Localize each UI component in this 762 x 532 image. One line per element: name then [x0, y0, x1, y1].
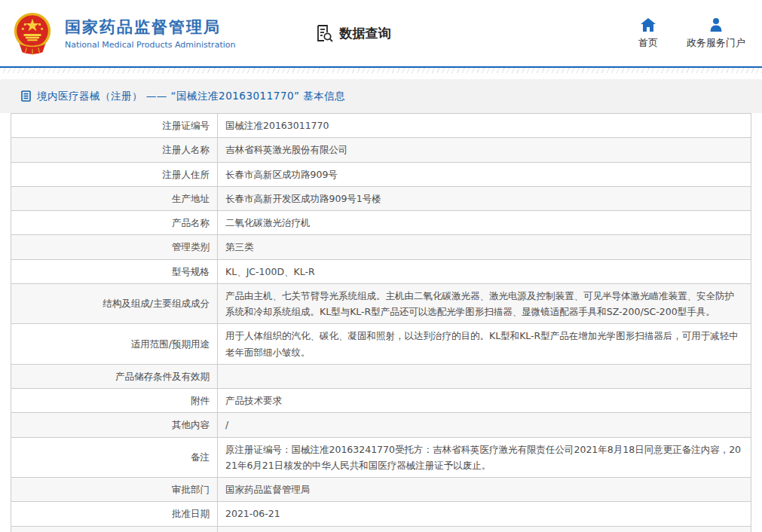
table-row: 备注原注册证编号：国械注准20163241770受托方：吉林省科英医疗激光有限责…: [11, 437, 751, 478]
row-value: 国家药品监督管理局: [218, 478, 751, 502]
nav-item-home[interactable]: 首页: [638, 17, 658, 50]
row-value: 产品技术要求: [218, 389, 751, 413]
data-query-label: 数据查询: [339, 25, 390, 42]
data-query-tab[interactable]: 数据查询: [314, 23, 390, 43]
row-label: 产品储存条件及有效期: [11, 364, 218, 388]
row-label: 注册证编号: [11, 114, 218, 138]
table-row: 生产地址长春市高新开发区成功路909号1号楼: [11, 186, 751, 210]
header-nav: 首页 政务服务门户: [638, 17, 745, 50]
table-row: 产品名称二氧化碳激光治疗机: [11, 211, 751, 235]
row-label: 批准日期: [11, 502, 218, 526]
table-row: 结构及组成/主要组成成分产品由主机、七关节臂导光系统组成。主机由二氧化碳激光器、…: [11, 283, 751, 324]
site-title-en: National Medical Products Administration: [65, 40, 235, 50]
table-row: 管理类别第三类: [11, 235, 751, 259]
nav-home-label: 首页: [638, 36, 658, 50]
table-row: 附件产品技术要求: [11, 389, 751, 413]
table-row: 批准日期2021-06-21: [11, 502, 751, 526]
row-value: 产品由主机、七关节臂导光系统组成。主机由二氧化碳激光器、激光电源及控制装置、可见…: [218, 283, 751, 324]
page-title: 境内医疗器械（注册） —— “国械注准20163011770” 基本信息: [37, 90, 345, 103]
row-value: /: [218, 413, 751, 437]
national-emblem-icon: [9, 10, 56, 57]
row-label: 产品名称: [11, 211, 218, 235]
table-row: 注册人住所长春市高新区成功路909号: [11, 162, 751, 186]
row-label: 结构及组成/主要组成成分: [11, 283, 218, 324]
user-icon: [708, 17, 724, 32]
site-title: 国家药品监督管理局: [65, 17, 235, 38]
row-label: 生效日期: [11, 526, 218, 532]
row-value: KL、JC-100D、KL-R: [218, 259, 751, 283]
table-row: 适用范围/预期用途用于人体组织的汽化、碳化、凝固和照射，以达到治疗的目的。KL型…: [11, 324, 751, 365]
table-row: 型号规格KL、JC-100D、KL-R: [11, 259, 751, 283]
row-label: 其他内容: [11, 413, 218, 437]
row-label: 备注: [11, 437, 218, 478]
table-row: 其他内容/: [11, 413, 751, 437]
row-value: 原注册证编号：国械注准20163241770受托方：吉林省科英医疗激光有限责任公…: [218, 437, 751, 478]
brand-logo-link[interactable]: 国家药品监督管理局 National Medical Products Admi…: [9, 10, 235, 57]
decorative-hatch-strip: [0, 68, 762, 73]
row-value: 长春市高新开发区成功路909号1号楼: [218, 186, 751, 210]
document-icon: [21, 90, 31, 102]
row-label: 审批部门: [11, 478, 218, 502]
registration-info-section: 注册证编号国械注准20163011770注册人名称吉林省科英激光股份有限公司注册…: [0, 113, 762, 532]
row-value: 用于人体组织的汽化、碳化、凝固和照射，以达到治疗的目的。KL型和KL-R型产品在…: [218, 324, 751, 365]
row-label: 适用范围/预期用途: [11, 324, 218, 365]
row-label: 管理类别: [11, 235, 218, 259]
table-row: 注册证编号国械注准20163011770: [11, 114, 751, 138]
row-label: 生产地址: [11, 186, 218, 210]
nav-item-portal[interactable]: 政务服务门户: [687, 17, 745, 50]
row-value: 长春市高新区成功路909号: [218, 162, 751, 186]
table-row: 注册人名称吉林省科英激光股份有限公司: [11, 138, 751, 162]
document-search-icon: [314, 23, 334, 43]
page-header: 国家药品监督管理局 National Medical Products Admi…: [0, 0, 762, 68]
row-label: 注册人名称: [11, 138, 218, 162]
info-table-body: 注册证编号国械注准20163011770注册人名称吉林省科英激光股份有限公司注册…: [11, 114, 751, 532]
table-row: 生效日期: [11, 526, 751, 532]
row-value: [218, 364, 751, 388]
row-label: 附件: [11, 389, 218, 413]
nav-portal-label: 政务服务门户: [687, 36, 745, 50]
row-value: 二氧化碳激光治疗机: [218, 211, 751, 235]
row-value: 国械注准20163011770: [218, 114, 751, 138]
home-icon: [640, 17, 656, 32]
spacer: [0, 73, 762, 79]
breadcrumb: 境内医疗器械（注册） —— “国械注准20163011770” 基本信息: [0, 79, 762, 113]
registration-info-table: 注册证编号国械注准20163011770注册人名称吉林省科英激光股份有限公司注册…: [11, 113, 751, 532]
row-value: 吉林省科英激光股份有限公司: [218, 138, 751, 162]
row-label: 注册人住所: [11, 162, 218, 186]
table-row: 审批部门国家药品监督管理局: [11, 478, 751, 502]
row-value: [218, 526, 751, 532]
row-value: 第三类: [218, 235, 751, 259]
table-row: 产品储存条件及有效期: [11, 364, 751, 388]
row-label: 型号规格: [11, 259, 218, 283]
row-value: 2021-06-21: [218, 502, 751, 526]
